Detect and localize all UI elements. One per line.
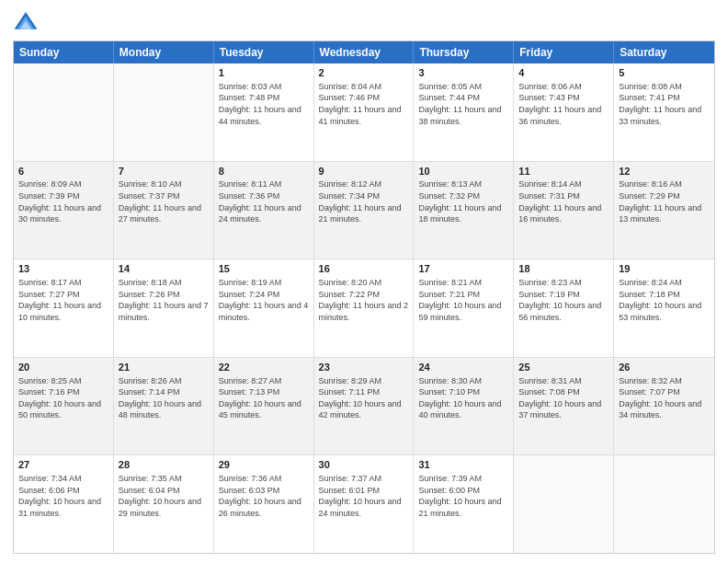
- day-number: 16: [319, 262, 409, 276]
- day-number: 12: [619, 165, 710, 178]
- cell-info: Sunrise: 8:14 AM Sunset: 7:31 PM Dayligh…: [518, 178, 609, 224]
- cell-info: Sunrise: 8:31 AM Sunset: 7:08 PM Dayligh…: [518, 375, 609, 421]
- day-number: 1: [219, 66, 309, 80]
- calendar-cell: 15Sunrise: 8:19 AM Sunset: 7:24 PM Dayli…: [214, 259, 314, 357]
- day-number: 8: [219, 165, 309, 178]
- cell-info: Sunrise: 8:09 AM Sunset: 7:39 PM Dayligh…: [18, 178, 108, 224]
- logo: [13, 9, 42, 35]
- calendar-cell: 5Sunrise: 8:08 AM Sunset: 7:41 PM Daylig…: [614, 63, 714, 161]
- calendar-cell: 9Sunrise: 8:12 AM Sunset: 7:34 PM Daylig…: [314, 162, 415, 259]
- day-number: 2: [319, 66, 409, 80]
- day-number: 28: [119, 458, 209, 472]
- day-number: 19: [619, 262, 710, 276]
- calendar-cell: 1Sunrise: 8:03 AM Sunset: 7:48 PM Daylig…: [214, 63, 314, 161]
- cell-info: Sunrise: 8:18 AM Sunset: 7:26 PM Dayligh…: [119, 277, 209, 323]
- calendar-cell: 30Sunrise: 7:37 AM Sunset: 6:01 PM Dayli…: [314, 455, 415, 553]
- calendar-cell: 12Sunrise: 8:16 AM Sunset: 7:29 PM Dayli…: [614, 162, 714, 259]
- calendar-cell: 6Sunrise: 8:09 AM Sunset: 7:39 PM Daylig…: [14, 162, 114, 259]
- cell-info: Sunrise: 8:13 AM Sunset: 7:32 PM Dayligh…: [418, 178, 508, 224]
- day-number: 9: [319, 165, 409, 178]
- calendar-cell: 29Sunrise: 7:36 AM Sunset: 6:03 PM Dayli…: [214, 455, 314, 553]
- generalblue-icon: [13, 9, 39, 35]
- calendar-cell: 16Sunrise: 8:20 AM Sunset: 7:22 PM Dayli…: [314, 259, 415, 357]
- day-number: 7: [119, 165, 209, 178]
- cell-info: Sunrise: 8:21 AM Sunset: 7:21 PM Dayligh…: [418, 277, 508, 323]
- calendar-cell: 24Sunrise: 8:30 AM Sunset: 7:10 PM Dayli…: [414, 358, 514, 455]
- cell-info: Sunrise: 8:04 AM Sunset: 7:46 PM Dayligh…: [319, 81, 409, 127]
- cell-info: Sunrise: 8:26 AM Sunset: 7:14 PM Dayligh…: [119, 375, 209, 421]
- calendar-row-3: 13Sunrise: 8:17 AM Sunset: 7:27 PM Dayli…: [14, 259, 714, 357]
- day-number: 11: [518, 165, 609, 178]
- calendar-cell: 13Sunrise: 8:17 AM Sunset: 7:27 PM Dayli…: [14, 259, 114, 357]
- cell-info: Sunrise: 8:27 AM Sunset: 7:13 PM Dayligh…: [219, 375, 309, 421]
- weekday-header-sunday: Sunday: [14, 41, 114, 63]
- calendar-cell: 31Sunrise: 7:39 AM Sunset: 6:00 PM Dayli…: [414, 455, 514, 553]
- day-number: 25: [518, 361, 609, 374]
- day-number: 23: [319, 361, 409, 374]
- weekday-header-monday: Monday: [114, 41, 214, 63]
- calendar-cell: 25Sunrise: 8:31 AM Sunset: 7:08 PM Dayli…: [514, 358, 614, 455]
- weekday-header-saturday: Saturday: [614, 41, 714, 63]
- cell-info: Sunrise: 7:36 AM Sunset: 6:03 PM Dayligh…: [219, 473, 309, 519]
- weekday-header-friday: Friday: [514, 41, 614, 63]
- day-number: 14: [119, 262, 209, 276]
- cell-info: Sunrise: 8:29 AM Sunset: 7:11 PM Dayligh…: [319, 375, 409, 421]
- calendar-cell: 23Sunrise: 8:29 AM Sunset: 7:11 PM Dayli…: [314, 358, 415, 455]
- weekday-header-thursday: Thursday: [414, 41, 514, 63]
- day-number: 22: [219, 361, 309, 374]
- calendar-header: SundayMondayTuesdayWednesdayThursdayFrid…: [14, 41, 714, 63]
- cell-info: Sunrise: 7:34 AM Sunset: 6:06 PM Dayligh…: [18, 473, 108, 519]
- calendar-cell: 14Sunrise: 8:18 AM Sunset: 7:26 PM Dayli…: [114, 259, 214, 357]
- calendar-cell: [114, 63, 214, 161]
- cell-info: Sunrise: 7:39 AM Sunset: 6:00 PM Dayligh…: [418, 473, 508, 519]
- cell-info: Sunrise: 8:06 AM Sunset: 7:43 PM Dayligh…: [518, 81, 609, 127]
- header: [13, 9, 715, 35]
- cell-info: Sunrise: 8:23 AM Sunset: 7:19 PM Dayligh…: [518, 277, 609, 323]
- cell-info: Sunrise: 8:17 AM Sunset: 7:27 PM Dayligh…: [18, 277, 108, 323]
- calendar-row-5: 27Sunrise: 7:34 AM Sunset: 6:06 PM Dayli…: [14, 454, 714, 553]
- page: SundayMondayTuesdayWednesdayThursdayFrid…: [0, 0, 728, 563]
- day-number: 4: [518, 66, 609, 80]
- calendar-cell: 18Sunrise: 8:23 AM Sunset: 7:19 PM Dayli…: [514, 259, 614, 357]
- calendar-cell: 28Sunrise: 7:35 AM Sunset: 6:04 PM Dayli…: [114, 455, 214, 553]
- calendar-cell: 8Sunrise: 8:11 AM Sunset: 7:36 PM Daylig…: [214, 162, 314, 259]
- calendar-cell: 20Sunrise: 8:25 AM Sunset: 7:16 PM Dayli…: [14, 358, 114, 455]
- day-number: 10: [418, 165, 508, 178]
- calendar-cell: 27Sunrise: 7:34 AM Sunset: 6:06 PM Dayli…: [14, 455, 114, 553]
- cell-info: Sunrise: 8:03 AM Sunset: 7:48 PM Dayligh…: [219, 81, 309, 127]
- calendar-body: 1Sunrise: 8:03 AM Sunset: 7:48 PM Daylig…: [14, 63, 714, 553]
- day-number: 31: [418, 458, 508, 472]
- calendar-cell: 22Sunrise: 8:27 AM Sunset: 7:13 PM Dayli…: [214, 358, 314, 455]
- calendar-cell: 10Sunrise: 8:13 AM Sunset: 7:32 PM Dayli…: [414, 162, 514, 259]
- day-number: 5: [619, 66, 710, 80]
- cell-info: Sunrise: 8:24 AM Sunset: 7:18 PM Dayligh…: [619, 277, 710, 323]
- day-number: 15: [219, 262, 309, 276]
- calendar-cell: 19Sunrise: 8:24 AM Sunset: 7:18 PM Dayli…: [614, 259, 714, 357]
- cell-info: Sunrise: 8:19 AM Sunset: 7:24 PM Dayligh…: [219, 277, 309, 323]
- day-number: 3: [418, 66, 508, 80]
- cell-info: Sunrise: 8:20 AM Sunset: 7:22 PM Dayligh…: [319, 277, 409, 323]
- day-number: 6: [18, 165, 108, 178]
- calendar-cell: 3Sunrise: 8:05 AM Sunset: 7:44 PM Daylig…: [414, 63, 514, 161]
- cell-info: Sunrise: 7:35 AM Sunset: 6:04 PM Dayligh…: [119, 473, 209, 519]
- calendar-cell: 2Sunrise: 8:04 AM Sunset: 7:46 PM Daylig…: [314, 63, 415, 161]
- calendar-cell: 7Sunrise: 8:10 AM Sunset: 7:37 PM Daylig…: [114, 162, 214, 259]
- calendar-row-2: 6Sunrise: 8:09 AM Sunset: 7:39 PM Daylig…: [14, 161, 714, 259]
- calendar-cell: 21Sunrise: 8:26 AM Sunset: 7:14 PM Dayli…: [114, 358, 214, 455]
- calendar-cell: 17Sunrise: 8:21 AM Sunset: 7:21 PM Dayli…: [414, 259, 514, 357]
- calendar-cell: 26Sunrise: 8:32 AM Sunset: 7:07 PM Dayli…: [614, 358, 714, 455]
- cell-info: Sunrise: 8:12 AM Sunset: 7:34 PM Dayligh…: [319, 178, 409, 224]
- day-number: 26: [619, 361, 710, 374]
- calendar-row-1: 1Sunrise: 8:03 AM Sunset: 7:48 PM Daylig…: [14, 63, 714, 161]
- cell-info: Sunrise: 8:32 AM Sunset: 7:07 PM Dayligh…: [619, 375, 710, 421]
- weekday-header-tuesday: Tuesday: [214, 41, 314, 63]
- cell-info: Sunrise: 8:08 AM Sunset: 7:41 PM Dayligh…: [619, 81, 710, 127]
- calendar-row-4: 20Sunrise: 8:25 AM Sunset: 7:16 PM Dayli…: [14, 357, 714, 455]
- day-number: 21: [119, 361, 209, 374]
- day-number: 20: [18, 361, 108, 374]
- day-number: 27: [18, 458, 108, 472]
- day-number: 13: [18, 262, 108, 276]
- calendar-cell: [14, 63, 114, 161]
- day-number: 30: [319, 458, 409, 472]
- calendar-cell: 11Sunrise: 8:14 AM Sunset: 7:31 PM Dayli…: [514, 162, 614, 259]
